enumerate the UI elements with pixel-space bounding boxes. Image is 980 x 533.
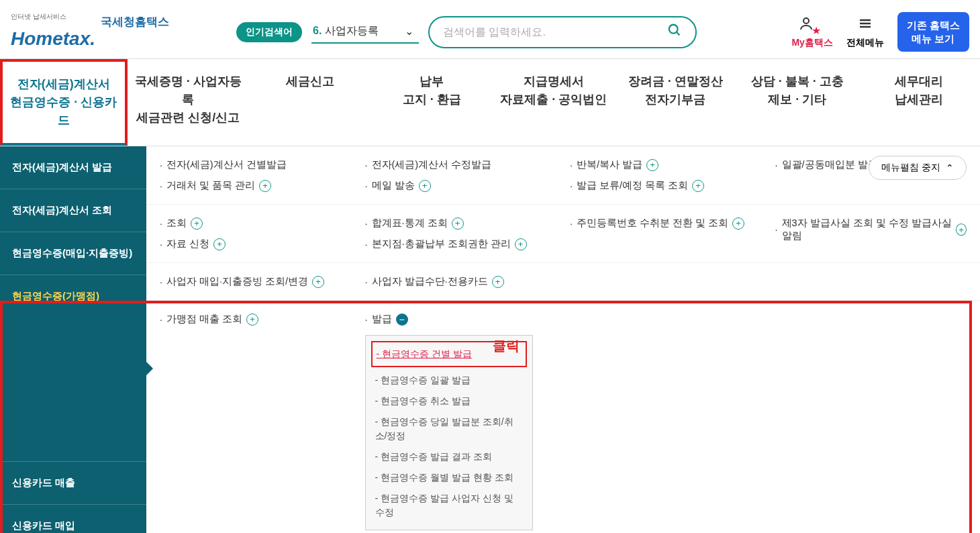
chevron-up-icon: ⌃	[946, 162, 954, 173]
link-merchant-sales-view[interactable]: 가맹점 매출 조회+	[160, 309, 352, 330]
plus-icon: +	[452, 217, 464, 230]
mega-sidebar: 전자(세금)계산서 발급 전자(세금)계산서 조회 현금영수증(매입·지출증빙)…	[0, 146, 146, 533]
dropdown-cash-result-view[interactable]: 현금영수증 발급 결과 조회	[375, 446, 523, 467]
nav-tab-tax-agent[interactable]: 세무대리 납세관리	[859, 59, 981, 146]
mega-panel: 전자(세금)계산서 발급 전자(세금)계산서 조회 현금영수증(매입·지출증빙)…	[0, 146, 980, 533]
issue-dropdown-panel: 현금영수증 건별 발급 현금영수증 일괄 발급 현금영수증 취소 발급 현금영수…	[365, 335, 533, 530]
link-mail-send[interactable]: 메일 발송+	[365, 175, 557, 196]
plus-icon: +	[246, 313, 258, 326]
link-ssn-convert[interactable]: 주민등록번호 수취분 전환 및 조회+	[570, 213, 762, 234]
sidebar-item-cash-receipt-merchant[interactable]: 현금영수증(가맹점)	[0, 275, 146, 462]
link-biz-purchase-view[interactable]: 사업자 매입·지출증빙 조회/변경+	[160, 271, 352, 292]
svg-line-1	[677, 32, 680, 35]
plus-icon: +	[732, 217, 744, 230]
my-hometax-button[interactable]: ★ My홈택스	[791, 15, 832, 49]
link-etax-modify-issue[interactable]: 전자(세금)계산서 수정발급	[365, 154, 557, 175]
logo-main: Hometax.	[11, 28, 95, 49]
keyword-text: 사업자등록	[325, 25, 379, 36]
keyword-select[interactable]: 6. 사업자등록 ⌄	[311, 20, 419, 44]
collapse-label: 메뉴펼침 중지	[881, 162, 940, 174]
plus-icon: +	[312, 276, 324, 288]
plus-icon: +	[419, 180, 431, 192]
plus-icon: +	[692, 180, 704, 192]
mega-row-etax-view: 조회+ 자료 신청+ 합계표·통계 조회+ 본지점·총괄납부 조회권한 관리+ …	[146, 205, 980, 263]
svg-point-0	[669, 24, 678, 33]
click-annotation: 클릭	[493, 337, 520, 355]
sidebar-item-cash-receipt-purchase[interactable]: 현금영수증(매입·지출증빙)	[0, 232, 146, 275]
person-icon: ★	[798, 15, 826, 34]
plus-icon: +	[646, 159, 658, 171]
link-view[interactable]: 조회+	[160, 213, 352, 234]
plus-icon: +	[213, 238, 226, 250]
search-box	[428, 16, 697, 48]
logo-tagline: 인터넷 납세서비스	[11, 12, 95, 21]
link-issue-expand[interactable]: 발급−	[365, 309, 557, 330]
popular-keyword-badge: 인기검색어	[236, 22, 302, 42]
link-vendor-item-manage[interactable]: 거래처 및 품목 관리+	[160, 175, 352, 196]
keyword-number: 6.	[313, 25, 322, 36]
dropdown-cash-today-view[interactable]: 현금영수증 당일 발급분 조회/취소/정정	[375, 411, 523, 446]
link-branch-auth[interactable]: 본지점·총괄납부 조회권한 관리+	[365, 234, 557, 254]
collapse-menu-button[interactable]: 메뉴펼침 중지 ⌃	[869, 156, 967, 180]
search-area: 인기검색어 6. 사업자등록 ⌄	[236, 16, 697, 48]
nav-tab-tax-report[interactable]: 세금신고	[249, 59, 371, 146]
svg-point-2	[803, 18, 809, 23]
link-data-request[interactable]: 자료 신청+	[160, 234, 352, 254]
nav-tab-payment-statement[interactable]: 지급명세서 자료제출 · 공익법인	[493, 59, 615, 146]
old-menu-line2: 메뉴 보기	[907, 32, 960, 46]
minus-icon: −	[396, 313, 408, 326]
nav-tab-cert-register[interactable]: 국세증명 · 사업자등록 세금관련 신청/신고	[128, 59, 250, 146]
nav-tab-etax-invoice[interactable]: 전자(세금)계산서 현금영수증 · 신용카드	[0, 59, 128, 146]
mega-body: 메뉴펼침 중지 ⌃ 전자(세금)계산서 건별발급 거래처 및 품목 관리+ 전자…	[146, 146, 980, 533]
all-menu-label: 전체메뉴	[846, 37, 884, 49]
mega-row-etax-issue: 전자(세금)계산서 건별발급 거래처 및 품목 관리+ 전자(세금)계산서 수정…	[146, 146, 980, 205]
search-icon[interactable]	[667, 23, 682, 42]
dropdown-cash-batch-issue[interactable]: 현금영수증 일괄 발급	[375, 370, 523, 391]
dropdown-cash-biz-apply[interactable]: 현금영수증 발급 사업자 신청 및 수정	[375, 488, 523, 523]
mega-row-cash-merchant: 가맹점 매출 조회+ 발급− 현금영수증 건별 발급 현금영수증 일괄 발급 현…	[146, 301, 980, 533]
logo-sub: 국세청홈택스	[101, 14, 169, 30]
link-hold-scheduled-list[interactable]: 발급 보류/예정 목록 조회+	[570, 175, 762, 196]
nav-tab-payment[interactable]: 납부 고지 · 환급	[371, 59, 493, 146]
my-hometax-label: My홈택스	[791, 37, 832, 49]
logo[interactable]: 인터넷 납세서비스 Hometax. 국세청홈택스	[11, 14, 169, 50]
sidebar-item-etax-view[interactable]: 전자(세금)계산서 조회	[0, 189, 146, 232]
old-menu-button[interactable]: 기존 홈택스 메뉴 보기	[897, 12, 969, 52]
main-nav: 전자(세금)계산서 현금영수증 · 신용카드 국세증명 · 사업자등록 세금관련…	[0, 58, 980, 146]
link-summary-stats[interactable]: 합계표·통계 조회+	[365, 213, 557, 234]
header-right: ★ My홈택스 전체메뉴 기존 홈택스 메뉴 보기	[791, 12, 969, 52]
plus-icon: +	[956, 224, 967, 236]
mega-row-cash-purchase: 사업자 매입·지출증빙 조회/변경+ 사업자 발급수단·전용카드+	[146, 263, 980, 301]
nav-tab-consult[interactable]: 상담 · 불복 · 고충 제보 · 기타	[736, 59, 859, 146]
plus-icon: +	[515, 238, 527, 250]
nav-tab-incentive[interactable]: 장려금 · 연말정산 전자기부금	[615, 59, 737, 146]
hamburger-icon	[857, 15, 873, 34]
link-third-party-issue[interactable]: 제3자 발급사실 조회 및 수정 발급사실 알림+	[775, 213, 967, 246]
search-input[interactable]	[443, 26, 667, 38]
link-biz-issue-method[interactable]: 사업자 발급수단·전용카드+	[365, 271, 557, 292]
plus-icon: +	[191, 217, 203, 230]
sidebar-item-etax-issue[interactable]: 전자(세금)계산서 발급	[0, 146, 146, 189]
all-menu-button[interactable]: 전체메뉴	[846, 15, 884, 49]
dropdown-cash-monthly-view[interactable]: 현금영수증 월별 발급 현황 조회	[375, 467, 523, 488]
plus-icon: +	[492, 276, 504, 288]
sidebar-item-card-purchase[interactable]: 신용카드 매입	[0, 505, 146, 533]
chevron-down-icon: ⌄	[405, 25, 413, 38]
link-repeat-copy-issue[interactable]: 반복/복사 발급+	[570, 154, 762, 175]
plus-icon: +	[259, 180, 271, 192]
dropdown-cash-cancel-issue[interactable]: 현금영수증 취소 발급	[375, 391, 523, 411]
sidebar-item-card-sales[interactable]: 신용카드 매출	[0, 462, 146, 505]
link-etax-single-issue[interactable]: 전자(세금)계산서 건별발급	[160, 154, 352, 175]
header: 인터넷 납세서비스 Hometax. 국세청홈택스 인기검색어 6. 사업자등록…	[0, 0, 980, 58]
old-menu-line1: 기존 홈택스	[907, 19, 960, 32]
